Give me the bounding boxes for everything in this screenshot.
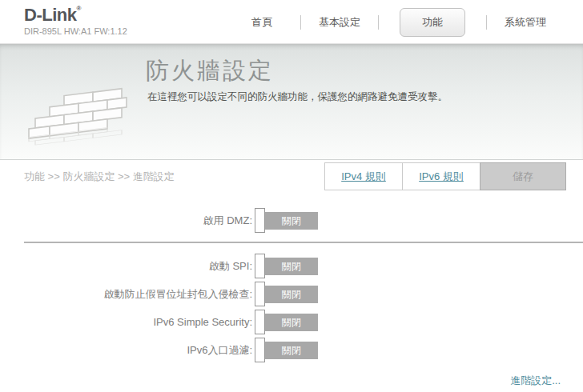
firewall-settings-form: 啟用 DMZ: 關閉 啟動 SPI: 關閉 啟動防止假冒位址封包入侵檢查: 關閉… [0,193,583,392]
ipv6-ingress-filter-toggle[interactable]: 關閉 [255,338,318,362]
dlink-logo: D-Link® DIR-895L HW:A1 FW:1.12 [24,5,127,36]
brick-wall-icon [22,82,135,162]
dmz-toggle[interactable]: 關閉 [255,208,318,233]
toggle-knob[interactable] [255,254,265,278]
breadcrumb: 功能 >> 防火牆設定 >> 進階設定 [24,170,175,184]
toggle-knob[interactable] [255,282,265,306]
ipv4-rules-button[interactable]: IPv4 規則 [324,162,403,190]
nav-basic-settings[interactable]: 基本設定 [301,15,378,30]
anti-spoof-label: 啟動防止假冒位址封包入侵檢查: [0,287,255,302]
security-options-group: 啟動 SPI: 關閉 啟動防止假冒位址封包入侵檢查: 關閉 IPv6 Simpl… [0,252,583,364]
device-model-firmware: DIR-895L HW:A1 FW:1.12 [24,26,127,36]
ipv6-ingress-filter-label: IPv6入口過濾: [0,343,255,358]
advanced-settings-link[interactable]: 進階設定... [510,374,561,386]
nav-home[interactable]: 首頁 [223,15,300,30]
toolbar: 功能 >> 防火牆設定 >> 進階設定 IPv4 規則 IPv6 規則 儲存 [0,160,583,193]
main-nav: 首頁 基本設定 功能 系統管理 [223,0,564,44]
nav-features-active[interactable]: 功能 [400,8,465,37]
page-title: 防火牆設定 [146,55,274,87]
nav-separator [378,15,379,30]
dmz-label: 啟用 DMZ: [0,214,255,228]
page-subtitle: 在這裡您可以設定不同的防火牆功能，保護您的網路避免遭受攻擊。 [147,90,448,104]
toggle-knob[interactable] [255,338,265,362]
dmz-row: 啟用 DMZ: 關閉 [0,206,583,234]
toggle-state-label: 關閉 [265,212,318,230]
ipv6-ingress-filter-row: IPv6入口過濾: 關閉 [0,336,583,364]
logo-text: D-Link [24,5,76,25]
toggle-state-label: 關閉 [265,314,318,331]
section-divider [24,242,583,243]
toggle-state-label: 關閉 [265,258,318,275]
toolbar-buttons: IPv4 規則 IPv6 規則 儲存 [325,162,566,190]
toggle-knob[interactable] [255,310,265,334]
ipv6-simple-security-toggle[interactable]: 關閉 [255,310,318,334]
anti-spoof-row: 啟動防止假冒位址封包入侵檢查: 關閉 [0,280,583,308]
save-button[interactable]: 儲存 [480,162,566,190]
spi-toggle[interactable]: 關閉 [255,254,318,278]
toggle-state-label: 關閉 [265,286,318,303]
toggle-state-label: 關閉 [265,342,318,359]
nav-system-management[interactable]: 系統管理 [487,15,564,30]
spi-label: 啟動 SPI: [0,259,255,274]
ipv6-simple-security-label: IPv6 Simple Security: [0,316,255,328]
spi-row: 啟動 SPI: 關閉 [0,252,583,280]
ipv6-simple-security-row: IPv6 Simple Security: 關閉 [0,308,583,336]
anti-spoof-toggle[interactable]: 關閉 [255,282,318,306]
registered-trademark-icon: ® [76,5,80,12]
toggle-knob[interactable] [255,208,265,233]
top-bar: D-Link® DIR-895L HW:A1 FW:1.12 首頁 基本設定 功… [0,0,583,44]
page-banner: 防火牆設定 在這裡您可以設定不同的防火牆功能，保護您的網路避免遭受攻擊。 [0,44,583,160]
ipv6-rules-button[interactable]: IPv6 規則 [402,162,480,190]
advanced-settings-link-wrap: 進階設定... [0,374,561,388]
